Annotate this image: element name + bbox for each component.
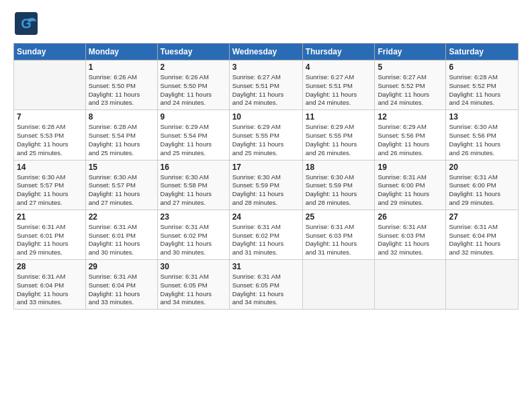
header-monday: Monday xyxy=(85,44,157,60)
day-number: 6 xyxy=(449,62,515,72)
day-number: 22 xyxy=(89,212,154,222)
calendar-cell: 26Sunrise: 6:31 AM Sunset: 6:03 PM Dayli… xyxy=(375,210,446,259)
calendar-header-row: SundayMondayTuesdayWednesdayThursdayFrid… xyxy=(14,44,519,60)
day-number: 16 xyxy=(161,163,226,172)
header-friday: Friday xyxy=(375,44,446,60)
day-info: Sunrise: 6:31 AM Sunset: 6:02 PM Dayligh… xyxy=(161,223,226,257)
day-info: Sunrise: 6:30 AM Sunset: 5:59 PM Dayligh… xyxy=(306,173,372,208)
calendar-cell: 24Sunrise: 6:31 AM Sunset: 6:02 PM Dayli… xyxy=(229,210,302,259)
calendar-cell: 13Sunrise: 6:30 AM Sunset: 5:56 PM Dayli… xyxy=(446,110,519,160)
header-tuesday: Tuesday xyxy=(157,44,229,60)
day-number: 14 xyxy=(17,163,83,172)
calendar-cell: 17Sunrise: 6:30 AM Sunset: 5:59 PM Dayli… xyxy=(229,160,302,210)
day-number: 17 xyxy=(232,163,300,172)
calendar-cell: 1Sunrise: 6:26 AM Sunset: 5:50 PM Daylig… xyxy=(85,60,157,110)
day-info: Sunrise: 6:31 AM Sunset: 6:00 PM Dayligh… xyxy=(378,173,443,208)
day-number: 20 xyxy=(449,163,515,172)
day-number: 4 xyxy=(306,62,372,72)
day-info: Sunrise: 6:31 AM Sunset: 6:01 PM Dayligh… xyxy=(17,223,83,257)
calendar-cell: 27Sunrise: 6:31 AM Sunset: 6:04 PM Dayli… xyxy=(446,210,519,259)
week-row-2: 7Sunrise: 6:28 AM Sunset: 5:53 PM Daylig… xyxy=(14,110,519,160)
calendar-cell: 8Sunrise: 6:28 AM Sunset: 5:54 PM Daylig… xyxy=(85,110,157,160)
day-number: 28 xyxy=(17,262,83,271)
day-info: Sunrise: 6:31 AM Sunset: 6:03 PM Dayligh… xyxy=(306,223,372,257)
calendar-cell: 4Sunrise: 6:27 AM Sunset: 5:51 PM Daylig… xyxy=(302,60,375,110)
header-wednesday: Wednesday xyxy=(229,44,302,60)
day-number: 1 xyxy=(89,62,154,72)
day-info: Sunrise: 6:30 AM Sunset: 5:59 PM Dayligh… xyxy=(232,173,300,208)
day-info: Sunrise: 6:31 AM Sunset: 6:04 PM Dayligh… xyxy=(17,273,83,307)
calendar-cell: 6Sunrise: 6:28 AM Sunset: 5:52 PM Daylig… xyxy=(446,60,519,110)
day-number: 25 xyxy=(306,212,372,222)
day-info: Sunrise: 6:31 AM Sunset: 6:04 PM Dayligh… xyxy=(89,273,154,307)
day-info: Sunrise: 6:27 AM Sunset: 5:52 PM Dayligh… xyxy=(378,73,443,107)
day-info: Sunrise: 6:29 AM Sunset: 5:54 PM Dayligh… xyxy=(161,123,226,157)
calendar-cell: 16Sunrise: 6:30 AM Sunset: 5:58 PM Dayli… xyxy=(157,160,229,210)
day-info: Sunrise: 6:31 AM Sunset: 6:04 PM Dayligh… xyxy=(449,223,515,257)
logo: G xyxy=(13,11,42,36)
calendar-cell: 11Sunrise: 6:29 AM Sunset: 5:55 PM Dayli… xyxy=(302,110,375,160)
calendar-cell xyxy=(446,260,519,310)
day-number: 30 xyxy=(161,262,226,271)
day-info: Sunrise: 6:31 AM Sunset: 6:05 PM Dayligh… xyxy=(232,273,300,307)
day-number: 10 xyxy=(232,112,300,122)
calendar-cell: 31Sunrise: 6:31 AM Sunset: 6:05 PM Dayli… xyxy=(229,260,302,310)
calendar-cell: 7Sunrise: 6:28 AM Sunset: 5:53 PM Daylig… xyxy=(14,110,86,160)
day-info: Sunrise: 6:29 AM Sunset: 5:56 PM Dayligh… xyxy=(378,123,443,157)
day-info: Sunrise: 6:30 AM Sunset: 5:57 PM Dayligh… xyxy=(89,173,154,208)
logo-icon: G xyxy=(13,11,39,36)
calendar-cell: 19Sunrise: 6:31 AM Sunset: 6:00 PM Dayli… xyxy=(375,160,446,210)
calendar-cell: 14Sunrise: 6:30 AM Sunset: 5:57 PM Dayli… xyxy=(14,160,86,210)
day-info: Sunrise: 6:29 AM Sunset: 5:55 PM Dayligh… xyxy=(232,123,300,157)
calendar-table: SundayMondayTuesdayWednesdayThursdayFrid… xyxy=(13,43,519,310)
day-number: 27 xyxy=(449,212,515,222)
calendar-cell: 28Sunrise: 6:31 AM Sunset: 6:04 PM Dayli… xyxy=(14,260,86,310)
calendar-cell: 20Sunrise: 6:31 AM Sunset: 6:00 PM Dayli… xyxy=(446,160,519,210)
page: G SundayMondayTuesdayWednesdayThursdayFr… xyxy=(0,0,532,411)
day-info: Sunrise: 6:26 AM Sunset: 5:50 PM Dayligh… xyxy=(161,73,226,107)
day-info: Sunrise: 6:31 AM Sunset: 6:05 PM Dayligh… xyxy=(161,273,226,307)
week-row-5: 28Sunrise: 6:31 AM Sunset: 6:04 PM Dayli… xyxy=(14,260,519,310)
calendar-cell: 30Sunrise: 6:31 AM Sunset: 6:05 PM Dayli… xyxy=(157,260,229,310)
day-number: 23 xyxy=(161,212,226,222)
day-number: 3 xyxy=(232,62,300,72)
calendar-cell: 23Sunrise: 6:31 AM Sunset: 6:02 PM Dayli… xyxy=(157,210,229,259)
day-number: 13 xyxy=(449,112,515,122)
header-sunday: Sunday xyxy=(14,44,86,60)
day-number: 2 xyxy=(161,62,226,72)
day-number: 15 xyxy=(89,163,154,172)
calendar-cell: 3Sunrise: 6:27 AM Sunset: 5:51 PM Daylig… xyxy=(229,60,302,110)
header-thursday: Thursday xyxy=(302,44,375,60)
day-number: 11 xyxy=(306,112,372,122)
day-info: Sunrise: 6:27 AM Sunset: 5:51 PM Dayligh… xyxy=(306,73,372,107)
calendar-cell: 18Sunrise: 6:30 AM Sunset: 5:59 PM Dayli… xyxy=(302,160,375,210)
day-info: Sunrise: 6:30 AM Sunset: 5:57 PM Dayligh… xyxy=(17,173,83,208)
day-number: 19 xyxy=(378,163,443,172)
calendar-cell: 22Sunrise: 6:31 AM Sunset: 6:01 PM Dayli… xyxy=(85,210,157,259)
day-number: 7 xyxy=(17,112,83,122)
calendar-cell: 9Sunrise: 6:29 AM Sunset: 5:54 PM Daylig… xyxy=(157,110,229,160)
day-number: 31 xyxy=(232,262,300,271)
calendar-cell: 2Sunrise: 6:26 AM Sunset: 5:50 PM Daylig… xyxy=(157,60,229,110)
day-info: Sunrise: 6:28 AM Sunset: 5:52 PM Dayligh… xyxy=(449,73,515,107)
day-info: Sunrise: 6:31 AM Sunset: 6:01 PM Dayligh… xyxy=(89,223,154,257)
week-row-4: 21Sunrise: 6:31 AM Sunset: 6:01 PM Dayli… xyxy=(14,210,519,259)
week-row-3: 14Sunrise: 6:30 AM Sunset: 5:57 PM Dayli… xyxy=(14,160,519,210)
day-info: Sunrise: 6:28 AM Sunset: 5:53 PM Dayligh… xyxy=(17,123,83,157)
calendar-cell: 15Sunrise: 6:30 AM Sunset: 5:57 PM Dayli… xyxy=(85,160,157,210)
calendar-cell xyxy=(375,260,446,310)
day-info: Sunrise: 6:31 AM Sunset: 6:02 PM Dayligh… xyxy=(232,223,300,257)
day-number: 5 xyxy=(378,62,443,72)
day-number: 9 xyxy=(161,112,226,122)
calendar-cell: 12Sunrise: 6:29 AM Sunset: 5:56 PM Dayli… xyxy=(375,110,446,160)
day-number: 24 xyxy=(232,212,300,222)
day-number: 8 xyxy=(89,112,154,122)
day-info: Sunrise: 6:26 AM Sunset: 5:50 PM Dayligh… xyxy=(89,73,154,107)
calendar-cell: 29Sunrise: 6:31 AM Sunset: 6:04 PM Dayli… xyxy=(85,260,157,310)
day-number: 12 xyxy=(378,112,443,122)
day-number: 26 xyxy=(378,212,443,222)
day-info: Sunrise: 6:30 AM Sunset: 5:58 PM Dayligh… xyxy=(161,173,226,208)
calendar-cell: 5Sunrise: 6:27 AM Sunset: 5:52 PM Daylig… xyxy=(375,60,446,110)
header-saturday: Saturday xyxy=(446,44,519,60)
week-row-1: 1Sunrise: 6:26 AM Sunset: 5:50 PM Daylig… xyxy=(14,60,519,110)
